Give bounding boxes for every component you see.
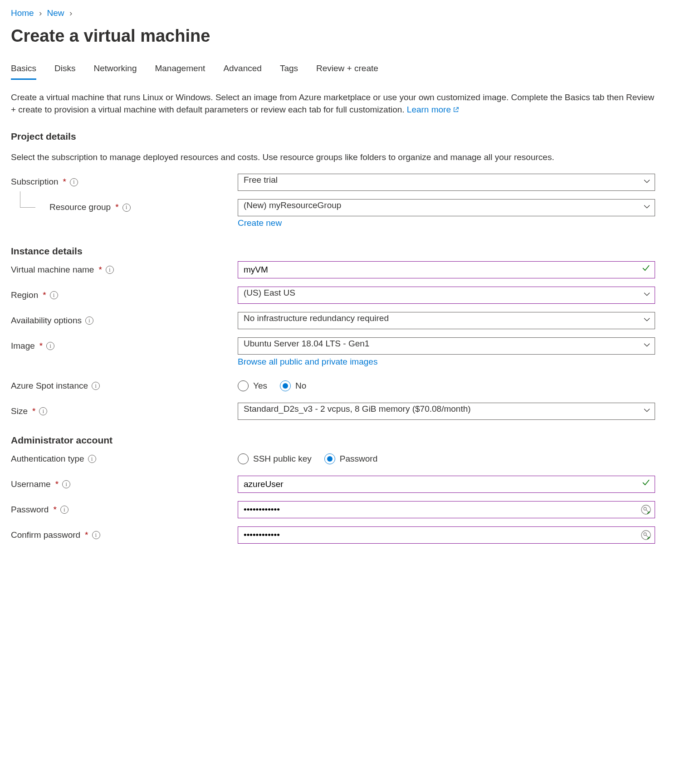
username-label: Username [11,478,51,491]
create-new-rg-link[interactable]: Create new [238,218,282,228]
section-admin-account: Administrator account [11,433,674,447]
browse-images-link[interactable]: Browse all public and private images [238,357,377,366]
tab-bar: Basics Disks Networking Management Advan… [11,61,674,80]
size-select[interactable]: Standard_D2s_v3 - 2 vcpus, 8 GiB memory … [238,403,655,420]
required-asterisk: * [55,478,59,491]
tab-advanced[interactable]: Advanced [223,61,262,80]
subscription-select[interactable]: Free trial [238,174,655,191]
spot-no-radio[interactable]: No [280,380,306,392]
check-icon [641,478,651,491]
info-icon[interactable]: i [122,204,131,212]
required-asterisk: * [53,504,56,516]
required-asterisk: * [98,264,102,276]
tab-management[interactable]: Management [155,61,205,80]
intro-text: Create a virtual machine that runs Linux… [11,92,655,116]
external-link-icon [453,106,459,114]
image-label: Image [11,340,35,352]
resource-group-select[interactable]: (New) myResourceGroup [238,199,655,216]
spot-yes-label: Yes [253,380,267,392]
size-label: Size [11,405,28,418]
required-asterisk: * [85,529,88,541]
auth-type-label: Authentication type [11,453,84,465]
vm-name-input[interactable] [238,261,655,278]
required-asterisk: * [63,176,66,188]
confirm-password-label: Confirm password [11,529,80,541]
tab-basics[interactable]: Basics [11,61,36,80]
info-icon[interactable]: i [39,407,47,415]
subscription-label: Subscription [11,176,59,188]
tab-networking[interactable]: Networking [93,61,137,80]
required-asterisk: * [39,340,43,352]
info-icon[interactable]: i [88,455,96,463]
password-valid-icon [641,504,651,515]
required-asterisk: * [115,201,118,214]
section-project-details: Project details [11,130,674,143]
spot-no-label: No [295,380,306,392]
info-icon[interactable]: i [92,382,100,390]
auth-ssh-radio[interactable]: SSH public key [238,453,312,465]
info-icon[interactable]: i [60,506,68,514]
region-label: Region [11,289,38,302]
availability-select[interactable]: No infrastructure redundancy required [238,312,655,329]
info-icon[interactable]: i [85,317,93,325]
info-icon[interactable]: i [70,178,78,186]
check-icon [641,263,651,276]
breadcrumb-home[interactable]: Home [11,8,34,18]
image-select[interactable]: Ubuntu Server 18.04 LTS - Gen1 [238,337,655,355]
tab-disks[interactable]: Disks [54,61,75,80]
password-label: Password [11,504,49,516]
learn-more-link[interactable]: Learn more [407,105,459,114]
breadcrumb-new[interactable]: New [47,8,64,18]
info-icon[interactable]: i [62,480,70,488]
resource-group-label: Resource group [49,201,111,214]
tab-tags[interactable]: Tags [280,61,298,80]
vm-name-label: Virtual machine name [11,264,94,276]
auth-password-radio[interactable]: Password [324,453,377,465]
project-details-desc: Select the subscription to manage deploy… [11,151,674,164]
intro-body: Create a virtual machine that runs Linux… [11,93,654,114]
info-icon[interactable]: i [50,291,58,299]
spot-yes-radio[interactable]: Yes [238,380,267,392]
confirm-password-input[interactable] [238,526,655,544]
password-input[interactable] [238,501,655,518]
availability-label: Availability options [11,315,82,327]
hierarchy-line [20,191,35,208]
info-icon[interactable]: i [106,266,114,274]
breadcrumb: Home › New › [11,7,674,19]
page-title: Create a virtual machine [11,24,674,48]
breadcrumb-sep: › [36,8,44,18]
region-select[interactable]: (US) East US [238,287,655,304]
auth-password-label: Password [340,453,377,465]
section-instance-details: Instance details [11,244,674,258]
info-icon[interactable]: i [46,342,54,350]
username-input[interactable] [238,476,655,493]
required-asterisk: * [43,289,46,302]
auth-ssh-label: SSH public key [253,453,312,465]
spot-label: Azure Spot instance [11,380,88,392]
breadcrumb-sep: › [67,8,75,18]
info-icon[interactable]: i [92,531,100,539]
password-valid-icon [641,530,651,541]
tab-review-create[interactable]: Review + create [316,61,378,80]
required-asterisk: * [32,405,35,418]
